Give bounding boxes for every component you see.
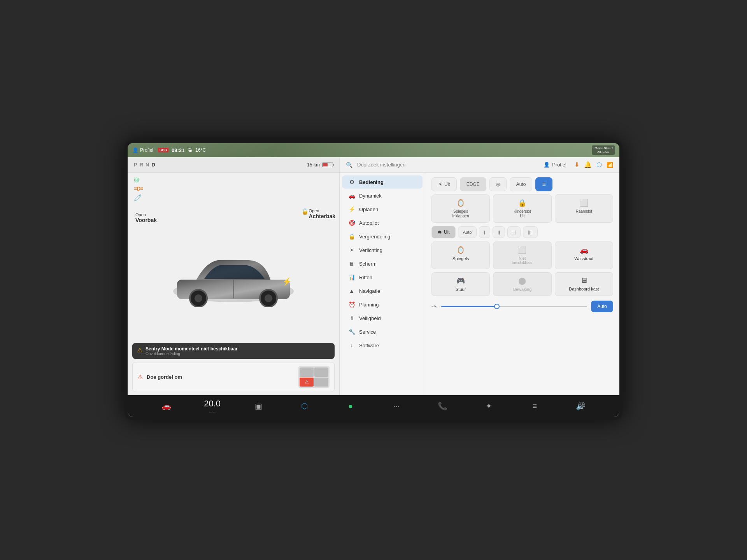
wiper-speed3-button[interactable]: |||: [507, 226, 521, 238]
brightness-auto-button[interactable]: Auto: [591, 301, 613, 312]
download-icon[interactable]: ⬇: [574, 161, 579, 168]
spiegels-func-row: 🪞 Spiegels ⬜ Nietbeschikbaar 🚗 Wasstraat: [431, 242, 613, 269]
bewaking-icon: ⬤: [518, 276, 526, 285]
light-beam-icon: ◎: [496, 182, 500, 187]
kinderslot-button[interactable]: 🔒 KinderslotUit: [493, 194, 551, 223]
screen-bezel: 👤 Profiel SOS 09:31 🌤 16°C PASSENGER AIR…: [124, 140, 622, 420]
clock: 09:31: [172, 147, 184, 153]
menu-item-service[interactable]: 🔧 Service: [342, 325, 423, 338]
menu-item-planning[interactable]: ⏰ Planning: [342, 298, 423, 311]
menu-item-autopilot[interactable]: 🎯 Autopilot: [342, 216, 423, 229]
brightness-min-icon: -☀: [431, 304, 437, 309]
wasstraat-button[interactable]: 🚗 Wasstraat: [555, 242, 613, 269]
menu-label-planning: Planning: [359, 302, 379, 308]
spotify-icon: ●: [348, 402, 353, 411]
stuur-button[interactable]: 🎮 Stuur: [431, 272, 490, 296]
taskbar-party[interactable]: ✦: [466, 401, 512, 411]
wiper-speed2-button[interactable]: ||: [493, 226, 505, 238]
brightness-slider[interactable]: [441, 306, 587, 307]
bewaking-button: ⬤ Bewaking: [493, 272, 551, 296]
spiegels-inklappen-button[interactable]: 🪞 Spiegelsinklappen: [431, 194, 490, 223]
left-panel: P R N D 15 km ◎: [128, 157, 340, 395]
menu-item-software[interactable]: ↓ Software: [342, 339, 423, 352]
menu-item-bediening[interactable]: ⚙ Bediening: [342, 175, 423, 189]
raamslot-button[interactable]: ⬜ Raamslot: [555, 194, 613, 223]
menu-item-veiligheid[interactable]: ℹ Veiligheid: [342, 312, 423, 325]
taskbar-phone[interactable]: 📞: [419, 401, 465, 411]
wiper-row: 🌧 Uit Auto | || ||| ||||: [431, 226, 613, 238]
taskbar-screen[interactable]: ▣: [235, 401, 281, 411]
search-icon: 🔍: [346, 162, 352, 168]
wiper-icon: 🌧: [437, 229, 442, 235]
sentry-warning-icon: ⚠: [137, 346, 142, 354]
prnd-r: R: [140, 162, 143, 168]
menu-item-dynamiek[interactable]: 🚗 Dynamiek: [342, 189, 423, 202]
taskbar-menu[interactable]: ≡: [512, 402, 558, 411]
wiper-speed1-button[interactable]: |: [479, 226, 490, 238]
prnd-p: P: [134, 162, 137, 168]
light-uit-button[interactable]: ☀ Uit: [431, 177, 457, 191]
menu-label-scherm: Scherm: [359, 261, 377, 267]
taskbar-spotify[interactable]: ●: [328, 402, 374, 411]
light-edge-button[interactable]: EDGE: [460, 177, 486, 191]
range-display: 15 km: [307, 162, 333, 168]
taskbar: 🚗 20.0 ◡◡ ▣ ⬡ ● ··· 📞 ✦: [128, 395, 619, 417]
right-panel: 🔍 👤 Profiel ⬇ 🔔 ⬡ 📶: [340, 157, 619, 395]
volume-icon: 🔊: [576, 401, 586, 411]
menu-item-ritten[interactable]: 📊 Ritten: [342, 271, 423, 284]
search-input[interactable]: [357, 162, 536, 168]
menu-icon-bediening: ⚙: [348, 179, 355, 185]
seat-alert-icon: ⚠: [305, 379, 309, 385]
menu-item-vergrendeling[interactable]: 🔒 Vergrendeling: [342, 230, 423, 243]
spiegels-label: Spiegelsinklappen: [452, 209, 469, 219]
taskbar-volume[interactable]: 🔊: [558, 401, 604, 411]
wasstraat-label: Wasstraat: [574, 256, 593, 261]
wiper-uit-button[interactable]: 🌧 Uit: [431, 226, 456, 238]
menu-item-scherm[interactable]: 🖥 Scherm: [342, 257, 423, 270]
taskbar-car[interactable]: 🚗: [143, 401, 189, 411]
wiper-auto-button[interactable]: Auto: [458, 226, 477, 238]
brightness-thumb: [494, 304, 500, 309]
open-rear-label: Open Achterbak: [309, 208, 335, 219]
signal-icon[interactable]: 📶: [607, 162, 613, 168]
menu-icon-planning: ⏰: [348, 301, 355, 308]
open-front-label: Open Voorbak: [135, 212, 157, 223]
settings-body: ⚙ Bediening 🚗 Dynamiek ⚡ Opladen 🎯: [340, 173, 619, 395]
spiegels-button[interactable]: 🪞 Spiegels: [431, 242, 490, 269]
taskbar-speed: 20.0 ◡◡: [189, 399, 235, 413]
menu-label-vergrendeling: Vergrendeling: [359, 234, 390, 240]
menu-item-verlichting[interactable]: ☀ Verlichting: [342, 243, 423, 257]
light-auto-button[interactable]: Auto: [510, 177, 533, 191]
light-high-button[interactable]: ≡: [535, 177, 552, 191]
menu-item-navigatie[interactable]: ▲ Navigatie: [342, 284, 423, 298]
wasstraat-icon: 🚗: [580, 246, 588, 254]
profile-label[interactable]: Profiel: [140, 147, 153, 153]
seat-diagram-inner: ⚠: [298, 366, 330, 388]
battery-fill: [323, 163, 328, 166]
dashboard-kast-button[interactable]: 🖥 Dashboard kast: [555, 272, 613, 296]
dashboard-kast-label: Dashboard kast: [569, 287, 599, 291]
wiper-speed4-button[interactable]: ||||: [523, 226, 537, 238]
headlight-icon-row: ◎: [134, 176, 333, 183]
seat-rl: ⚠: [300, 378, 314, 387]
main-area: P R N D 15 km ◎: [128, 157, 619, 395]
bell-icon[interactable]: 🔔: [584, 161, 592, 168]
status-bar: 👤 Profiel SOS 09:31 🌤 16°C PASSENGER AIR…: [128, 143, 619, 157]
lock-icon: 🔓: [302, 208, 308, 215]
bluetooth-header-icon[interactable]: ⬡: [596, 161, 602, 168]
taskbar-more[interactable]: ···: [374, 402, 419, 411]
left-top-bar: P R N D 15 km: [128, 157, 339, 173]
party-icon: ✦: [486, 401, 492, 411]
profile-icon-header: 👤: [544, 162, 550, 168]
profile-button[interactable]: 👤 Profiel: [540, 160, 570, 169]
sentry-warning: ⚠ Sentry Mode momenteel niet beschikbaar…: [132, 343, 335, 359]
sentry-text: Sentry Mode momenteel niet beschikbaar O…: [146, 346, 238, 356]
brightness-row: -☀ Auto: [431, 299, 613, 314]
taskbar-bluetooth[interactable]: ⬡: [281, 401, 327, 411]
seatbelt-text: Doe gordel om: [147, 374, 182, 380]
menu-label-opladen: Opladen: [359, 206, 378, 212]
menu-item-opladen[interactable]: ⚡ Opladen: [342, 203, 423, 216]
phone-taskbar-icon: 📞: [438, 401, 447, 411]
light-beam-button[interactable]: ◎: [489, 177, 507, 191]
profile-icon: 👤: [132, 147, 139, 153]
